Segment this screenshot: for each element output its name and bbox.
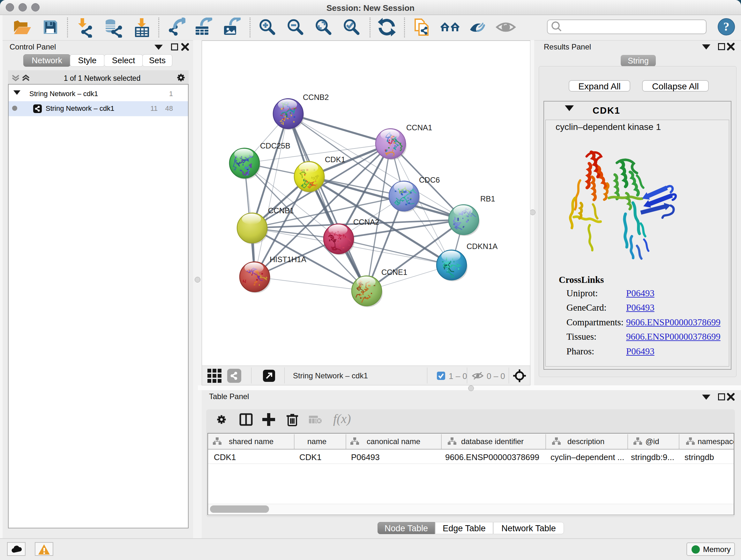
svg-text:?: ? xyxy=(724,20,730,33)
svg-text:CDK1: CDK1 xyxy=(325,155,345,164)
svg-text:RB1: RB1 xyxy=(480,194,495,203)
svg-text:CCNE1: CCNE1 xyxy=(381,268,407,276)
svg-text:CCNA2: CCNA2 xyxy=(353,218,379,226)
svg-text:CCNB1: CCNB1 xyxy=(268,206,294,215)
svg-text:HIST1H1A: HIST1H1A xyxy=(270,255,307,264)
svg-text:CDC6: CDC6 xyxy=(419,176,440,184)
svg-text:CDC25B: CDC25B xyxy=(260,141,290,150)
svg-text:CCNB2: CCNB2 xyxy=(303,93,329,102)
svg-text:CCNA1: CCNA1 xyxy=(406,123,432,132)
svg-text:CDKN1A: CDKN1A xyxy=(467,242,497,251)
